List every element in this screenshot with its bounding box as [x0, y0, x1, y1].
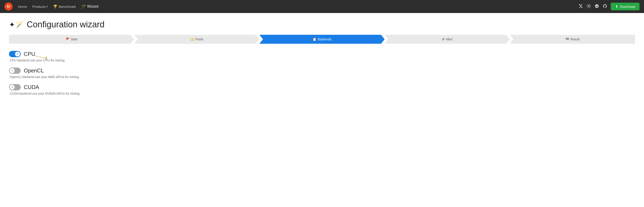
backend-opencl-header: OpenCL — [9, 67, 635, 74]
backends-icon: 📋 — [312, 37, 316, 41]
cpu-toggle-thumb — [15, 52, 20, 56]
download-icon: ⬇ — [615, 4, 618, 8]
nav-benchmark[interactable]: 🏆 Benchmark — [53, 4, 76, 8]
backend-cuda-section: CUDA CUDA backend use your NVIDIA GPUs f… — [9, 84, 635, 95]
cuda-description: CUDA backend use your NVIDIA GPUs for mi… — [10, 92, 635, 95]
step-misc[interactable]: ⚙ Misc — [385, 35, 510, 44]
cuda-toggle[interactable] — [9, 84, 21, 90]
opencl-description: OpenCL backend use your AMD GPUs for min… — [10, 75, 635, 79]
pools-icon: 🔱 — [190, 37, 194, 41]
svg-line-2 — [34, 55, 47, 59]
trophy-icon: 🏆 — [53, 4, 58, 8]
twitter-icon[interactable] — [578, 4, 583, 9]
nav-home[interactable]: Home — [18, 5, 27, 8]
wizard-nav-icon: 🪄 — [81, 4, 86, 9]
telegram-icon[interactable] — [594, 4, 599, 9]
annotation-arrow — [34, 51, 52, 60]
backend-opencl-section: OpenCL OpenCL backend use your AMD GPUs … — [9, 67, 635, 79]
nav-wizard[interactable]: 🪄 Wizard — [81, 4, 98, 9]
result-icon: 🏁 — [566, 37, 569, 41]
backend-cuda-header: CUDA — [9, 84, 635, 90]
navbar-right: ⬇ Download — [578, 3, 640, 10]
download-button[interactable]: ⬇ Download — [611, 3, 640, 10]
wizard-icon: ✦🪄 — [9, 20, 24, 29]
step-pools[interactable]: 🔱 Pools — [134, 35, 260, 44]
cuda-label: CUDA — [24, 84, 39, 90]
navbar-left: Xr Home Products ▾ 🏆 Benchmark 🪄 Wizard — [4, 2, 98, 10]
page-title: ✦🪄 Configuration wizard — [9, 20, 635, 29]
github-icon[interactable] — [603, 4, 607, 9]
dropdown-arrow-icon: ▾ — [46, 5, 48, 8]
step-result[interactable]: 🏁 Result — [510, 35, 635, 44]
backend-cpu-section: CPU CPU backend use your CPU for mining. — [9, 51, 635, 62]
start-icon: 🚩 — [66, 37, 70, 41]
page-content: ✦🪄 Configuration wizard 🚩 Start 🔱 Pools … — [0, 13, 644, 107]
cpu-description: CPU backend use your CPU for mining. — [10, 58, 635, 62]
backend-cpu-header: CPU — [9, 51, 635, 57]
opencl-toggle[interactable] — [9, 67, 21, 74]
step-backends[interactable]: 📋 Backends — [259, 35, 385, 44]
opencl-toggle-thumb — [10, 68, 14, 73]
reddit-icon[interactable] — [586, 4, 591, 9]
cpu-toggle[interactable] — [9, 51, 21, 57]
opencl-label: OpenCL — [24, 67, 44, 74]
navbar: Xr Home Products ▾ 🏆 Benchmark 🪄 Wizard — [0, 0, 644, 13]
steps-breadcrumb: 🚩 Start 🔱 Pools 📋 Backends ⚙ Misc 🏁 Resu… — [9, 35, 635, 44]
nav-products[interactable]: Products ▾ — [32, 5, 48, 8]
cuda-toggle-thumb — [10, 85, 14, 90]
svg-point-1 — [588, 5, 590, 7]
misc-icon: ⚙ — [442, 37, 445, 41]
logo[interactable]: Xr — [4, 2, 12, 10]
step-start[interactable]: 🚩 Start — [9, 35, 134, 44]
